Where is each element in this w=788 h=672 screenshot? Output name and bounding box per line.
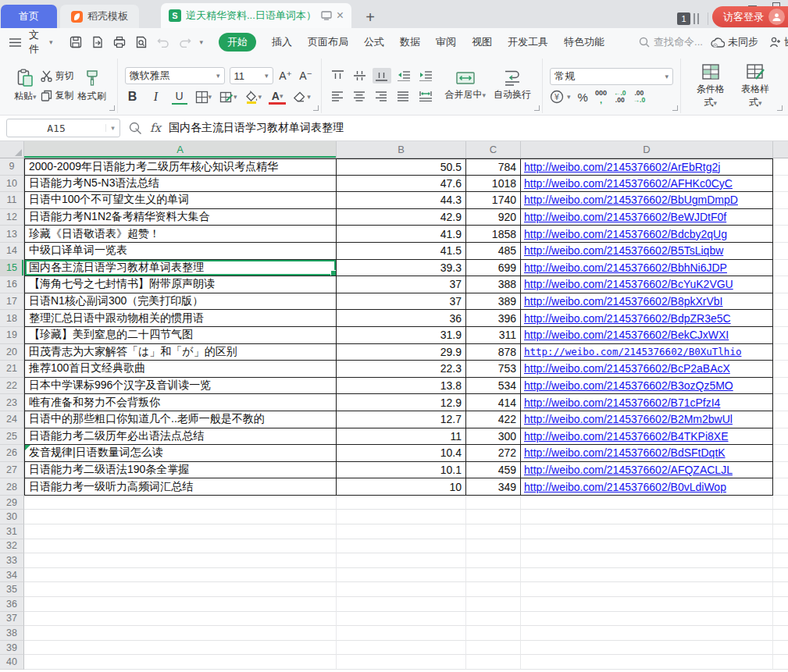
cell-score[interactable]: 44.3 [337,192,466,209]
cell-title[interactable]: 日语中100个不可望文生义的单词 [24,192,337,209]
cell-empty[interactable] [337,582,466,597]
row-header[interactable]: 35 [0,582,24,597]
weibo-link[interactable]: http://weibo.com/2145376602/BbhNi6JDP [524,261,727,274]
export-icon[interactable] [91,35,105,49]
cell-empty[interactable] [521,655,773,670]
justify-button[interactable] [394,88,413,104]
cell-score[interactable]: 47.6 [337,176,466,193]
undo-icon[interactable] [156,35,170,49]
cell-empty[interactable] [337,553,466,568]
tab-view[interactable]: 视图 [472,35,492,49]
tab-special-features[interactable]: 特色功能 [564,35,604,49]
increase-font-button[interactable]: A⁺ [278,68,294,84]
row-header[interactable]: 37 [0,612,24,627]
cell-count[interactable]: 1018 [466,176,521,193]
tab-page-layout[interactable]: 页面布局 [308,35,348,49]
cell-empty[interactable] [24,641,337,656]
cell-empty[interactable] [773,462,788,479]
cell-empty[interactable] [773,655,788,670]
currency-format-button[interactable]: ¥▾ [550,90,571,104]
cell-count[interactable]: 920 [466,209,521,226]
row-header[interactable]: 13 [0,226,24,243]
row-header[interactable]: 38 [0,626,24,641]
cell-empty[interactable] [24,539,337,554]
cell-empty[interactable] [773,310,788,327]
percent-format-button[interactable]: % [578,91,588,104]
cell-empty[interactable] [521,626,773,641]
cell-empty[interactable] [466,582,521,597]
cell-empty[interactable] [466,597,521,612]
weibo-link[interactable]: http://weibo.com/2145376602/BcYuK2VGU [524,278,733,290]
font-name-select[interactable]: 微软雅黑▾ [125,67,225,84]
cell-title[interactable]: 中级口译单词一览表 [24,243,337,260]
cell-score[interactable]: 12.7 [337,411,466,428]
cell-empty[interactable] [773,539,788,554]
increase-decimal-button[interactable]: ←.0 .00 [614,90,626,104]
decrease-font-button[interactable]: A⁻ [298,68,314,84]
alignment-dialog-launcher[interactable] [534,105,540,111]
styles-dialog-launcher[interactable] [777,105,783,111]
row-header[interactable]: 15 [0,260,24,277]
cell-empty[interactable] [24,553,337,568]
draw-border-button[interactable]: ▾ [219,89,237,105]
weibo-link[interactable]: http://weibo.com/2145376602/BdpZR3e5C [524,312,731,325]
weibo-link[interactable]: http://weibo.com/2145376602/ArEbRtg2j [524,161,720,173]
cell-empty[interactable] [337,496,466,510]
cell-score[interactable]: 42.9 [337,209,466,226]
cell-count[interactable]: 459 [466,462,521,479]
cell-title[interactable]: 珍藏《日语敬语表》超赞！ [24,226,337,243]
distribute-text-button[interactable] [416,88,435,104]
cell-title[interactable]: 2000-2009年日语能力考二级历年核心知识考点精华 [24,158,337,176]
cell-empty[interactable] [337,655,466,670]
print-icon[interactable] [112,35,127,49]
weibo-link[interactable]: http://weibo.com/2145376602/B71cPfzI4 [524,396,720,409]
align-right-button[interactable] [373,88,391,104]
clipboard-dialog-launcher[interactable] [109,105,115,111]
cell-empty[interactable] [521,582,773,597]
cell-score[interactable]: 36 [337,310,466,327]
cell-score[interactable]: 29.9 [337,344,466,361]
cell-score[interactable]: 31.9 [337,327,466,344]
cell-empty[interactable] [773,158,788,176]
number-format-select[interactable]: 常规▾ [550,68,673,85]
weibo-link[interactable]: http://weibo.com/2145376602/AFHKc0CyC [524,177,733,190]
cell-empty[interactable] [466,626,521,641]
print-preview-icon[interactable] [134,35,148,49]
cell-empty[interactable] [521,597,773,612]
weibo-link[interactable]: http://weibo.com/2145376602/BcP2aBAcX [524,362,730,375]
cell-empty[interactable] [773,428,788,446]
cell-empty[interactable] [466,553,521,568]
cell-title[interactable]: 日语能力考二级语法190条全掌握 [24,462,337,479]
save-icon[interactable] [69,35,83,49]
cell-empty[interactable] [466,496,521,510]
cell-score[interactable]: 11 [337,428,466,446]
row-header[interactable]: 21 [0,361,24,378]
row-header[interactable]: 24 [0,411,24,428]
cell-title[interactable]: 推荐100首日文经典歌曲 [24,361,337,378]
cell-empty[interactable] [773,361,788,378]
font-dialog-launcher[interactable] [313,105,319,111]
cell-score[interactable]: 41.5 [337,243,466,260]
cell-empty[interactable] [773,411,788,428]
cell-empty[interactable] [337,568,466,583]
row-header[interactable]: 32 [0,539,24,554]
row-header[interactable]: 40 [0,655,24,670]
cell-empty[interactable] [773,293,788,311]
table-style-button[interactable]: 表格样式▾ [733,62,778,111]
increase-indent-button[interactable] [416,68,435,84]
cell-empty[interactable] [466,641,521,656]
align-middle-button[interactable] [351,68,369,84]
window-list-icon[interactable] [694,13,699,24]
cell-empty[interactable] [773,327,788,344]
row-header[interactable]: 11 [0,192,24,209]
cell-count[interactable]: 753 [466,361,521,378]
cell-count[interactable]: 396 [466,310,521,327]
sync-status[interactable]: 未同步 [711,35,758,49]
row-header[interactable]: 25 [0,428,24,446]
row-header[interactable]: 12 [0,209,24,226]
cell-score[interactable]: 22.3 [337,361,466,378]
cell-empty[interactable] [521,510,773,524]
cell-empty[interactable] [773,496,788,510]
row-header[interactable]: 19 [0,327,24,344]
cell-empty[interactable] [24,510,337,524]
